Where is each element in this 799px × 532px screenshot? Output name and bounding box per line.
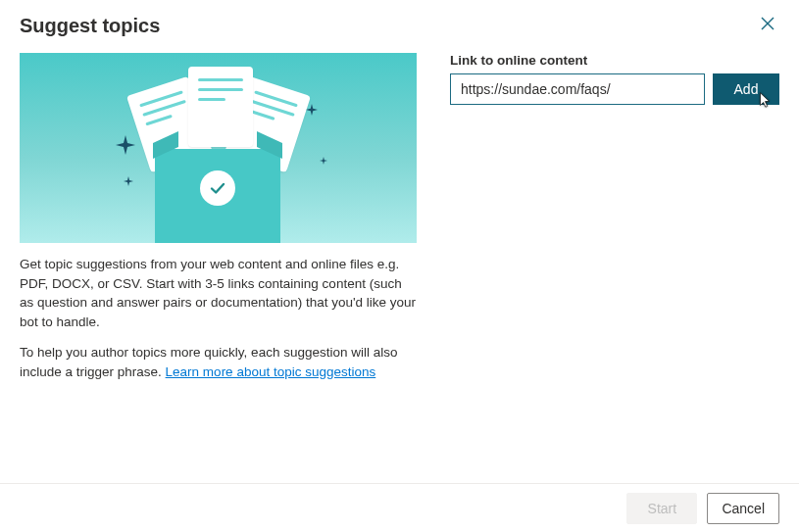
cursor-icon [756,91,774,109]
box-icon [155,149,280,243]
close-button[interactable] [756,14,779,37]
add-button[interactable]: Add [713,73,779,105]
start-button: Start [626,493,697,524]
url-field-label: Link to online content [450,53,779,68]
description-text-1: Get topic suggestions from your web cont… [20,255,417,331]
url-input[interactable] [450,73,705,105]
sparkle-icon [320,157,327,165]
sparkle-icon [306,104,318,116]
description-text-2: To help you author topics more quickly, … [20,343,417,381]
close-icon [760,16,775,35]
sparkle-icon [124,176,133,186]
cancel-button[interactable]: Cancel [707,493,779,524]
checkmark-icon [200,170,235,206]
learn-more-link[interactable]: Learn more about topic suggestions [166,364,376,379]
illustration [20,53,417,243]
sparkle-icon [116,135,135,155]
dialog-title: Suggest topics [20,15,160,37]
add-button-label: Add [734,81,759,97]
